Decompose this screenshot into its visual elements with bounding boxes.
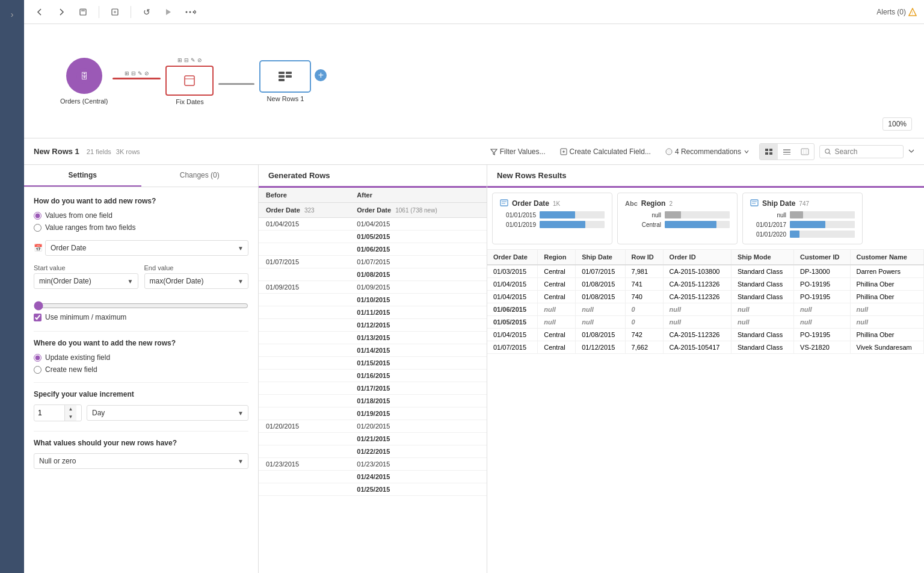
divider-1 <box>34 331 248 332</box>
result-card-type-icon <box>500 199 508 208</box>
table-cell: Central <box>538 265 576 278</box>
before-cell <box>259 382 350 395</box>
after-cell: 01/17/2015 <box>350 382 487 395</box>
tab-settings[interactable]: Settings <box>24 165 141 187</box>
sidebar-expand-btn[interactable]: › <box>6 5 19 24</box>
forward-button[interactable] <box>53 4 70 20</box>
view-toggle-grid[interactable] <box>778 144 796 160</box>
increment-up[interactable]: ▲ <box>64 405 76 413</box>
tab-changes[interactable]: Changes (0) <box>141 165 259 187</box>
results-col-header: Ship Mode <box>731 250 793 265</box>
zoom-indicator: 100% <box>882 117 912 131</box>
table-row: 01/04/201501/04/2015 <box>259 218 487 231</box>
svg-rect-1 <box>81 9 85 11</box>
after-cell: 01/13/2015 <box>350 332 487 344</box>
after-cell: 01/11/2015 <box>350 306 487 319</box>
table-cell: 01/06/2015 <box>487 303 538 316</box>
panel-actions: Filter Values... Create Calculated Field… <box>485 143 914 160</box>
before-cell <box>259 294 350 306</box>
before-cell <box>259 344 350 357</box>
before-cell <box>259 231 350 243</box>
alerts-button[interactable]: Alerts (0) ! <box>876 8 917 16</box>
result-bar-label: 01/01/2020 <box>750 231 786 238</box>
start-end-value: Start value min(Order Date) ▼ End value <box>34 264 248 289</box>
save-view-button[interactable] <box>75 4 91 20</box>
start-value-select[interactable]: min(Order Date) <box>34 273 138 289</box>
result-bar-track <box>790 221 855 228</box>
table-cell: Central <box>538 278 576 291</box>
table-cell: PO-19195 <box>794 329 850 341</box>
svg-rect-28 <box>783 149 790 150</box>
after-cell: 01/12/2015 <box>350 319 487 332</box>
result-bar-row: 01/01/2020 <box>750 231 855 238</box>
flow-node-orders-central[interactable]: 🗄 Orders (Central) <box>60 58 108 105</box>
end-value-select[interactable]: max(Order Date) <box>144 273 249 289</box>
svg-text:🗄: 🗄 <box>80 72 88 81</box>
play-button[interactable] <box>160 4 177 20</box>
view-toggle-list[interactable] <box>796 144 814 160</box>
table-cell: PO-19195 <box>794 291 850 303</box>
radio-update-existing[interactable]: Update existing field <box>34 353 248 362</box>
field-select-dropdown[interactable]: Order Date <box>45 240 248 256</box>
table-cell: 742 <box>625 329 663 341</box>
recommendations-button[interactable]: ♡ 4 Recommendations <box>661 145 754 158</box>
table-row: 01/25/2015 <box>259 483 487 496</box>
after-cell: 01/08/2015 <box>350 268 487 281</box>
more-button[interactable] <box>182 4 199 20</box>
table-cell: Central <box>538 329 576 341</box>
result-bar-track <box>540 211 605 218</box>
svg-point-34 <box>825 149 830 153</box>
where-question: Where do you want to add the new rows? <box>34 339 248 347</box>
result-bar-track <box>665 221 730 228</box>
range-slider[interactable] <box>34 301 248 311</box>
values-select[interactable]: Null or zero Interpolated <box>34 453 248 469</box>
field-type-icon: 📅 <box>34 244 43 252</box>
table-cell: Standard Class <box>731 329 793 341</box>
divider-2 <box>34 382 248 383</box>
use-min-max-label: Use minimum / maximum <box>45 313 126 321</box>
back-button[interactable] <box>31 4 48 20</box>
result-bar-label: Central <box>625 221 661 228</box>
increment-spinners: ▲ ▼ <box>64 405 76 421</box>
table-cell: Central <box>538 291 576 303</box>
result-card: Order Date 1K 01/01/2015 01/01/2019 <box>492 193 612 244</box>
increment-down[interactable]: ▼ <box>64 413 76 421</box>
use-min-max-input[interactable] <box>34 314 42 321</box>
flow-node-fix-dates[interactable]: ⊞ ⊟ ✎ ⊘ Fix Dates <box>165 57 214 105</box>
end-value-label: End value <box>144 264 249 271</box>
add-step-button[interactable]: + <box>315 69 327 81</box>
table-row: 01/24/2015 <box>259 471 487 483</box>
filter-values-button[interactable]: Filter Values... <box>485 145 550 158</box>
increment-unit-select[interactable]: Day Week Month Year <box>87 405 248 421</box>
increment-value-input[interactable] <box>34 406 64 420</box>
svg-text:♡: ♡ <box>667 150 671 154</box>
before-cell: 01/04/2015 <box>259 218 350 231</box>
search-input[interactable] <box>834 147 898 156</box>
table-cell: CA-2015-112326 <box>663 291 731 303</box>
table-cell: null <box>538 316 576 329</box>
refresh-button[interactable]: ↺ <box>138 4 155 20</box>
view-toggle-detailed[interactable] <box>760 144 778 160</box>
search-dropdown-button[interactable] <box>908 148 914 155</box>
increment-input-wrapper: ▲ ▼ <box>34 404 82 421</box>
result-bar-row: null <box>625 211 730 218</box>
results-table-area[interactable]: Order DateRegionShip DateRow IDOrder IDS… <box>487 250 924 573</box>
radio-from-two[interactable]: Value ranges from two fields <box>34 223 248 232</box>
calc-field-button[interactable]: Create Calculated Field... <box>555 145 656 158</box>
where-radio-group: Update existing field Create new field <box>34 353 248 374</box>
flow-node-new-rows-1[interactable]: New Rows 1 + <box>259 60 327 102</box>
table-row: 01/05/2015 <box>259 231 487 243</box>
radio-from-one[interactable]: Values from one field <box>34 211 248 220</box>
after-col-header: After <box>350 188 487 203</box>
table-cell: 01/08/2015 <box>576 278 625 291</box>
results-col-header: Order Date <box>487 250 538 265</box>
right-content-wrapper: Generated Rows Before After <box>259 165 924 573</box>
radio-create-new[interactable]: Create new field <box>34 365 248 374</box>
table-cell: CA-2015-103800 <box>663 265 731 278</box>
bookmark-button[interactable] <box>106 4 123 20</box>
settings-tabs: Settings Changes (0) <box>24 165 258 187</box>
table-cell: 0 <box>625 303 663 316</box>
table-cell: 01/04/2015 <box>487 291 538 303</box>
before-cell <box>259 243 350 256</box>
before-field-header: Order Date 323 <box>259 203 350 218</box>
